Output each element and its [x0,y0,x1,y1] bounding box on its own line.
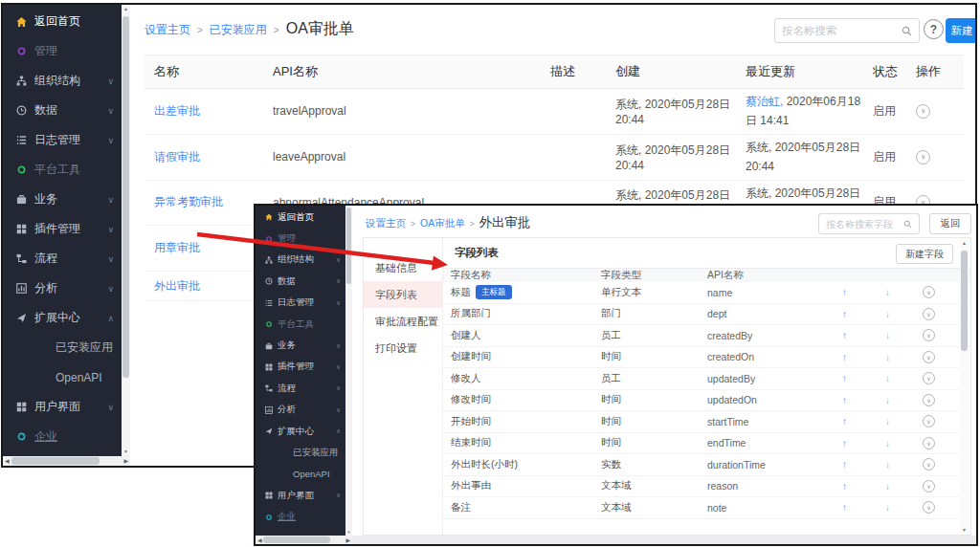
sidebar-item-data[interactable]: 数据 ∨ [3,96,122,125]
move-down-icon[interactable]: ↓ [866,502,909,513]
breadcrumb-link-oa-approvals[interactable]: OA审批单 [420,217,465,230]
approval-name-link[interactable]: 请假审批 [145,149,269,165]
field-row-创建时间[interactable]: 创建时间 时间 createdOn ↑ ↓ ∨ [443,347,970,369]
scroll-right-icon[interactable]: ▶ [123,457,128,464]
more-actions-icon[interactable]: ∨ [916,104,930,119]
approval-name-link[interactable]: 出差审批 [145,103,269,120]
search-input[interactable] [782,25,902,36]
tab-field-list[interactable]: 字段列表 [364,281,442,308]
field-search-input[interactable] [826,219,903,230]
move-up-icon[interactable]: ↑ [823,309,866,319]
field-search-box[interactable] [818,213,920,234]
more-actions-icon[interactable]: ∨ [923,458,935,470]
breadcrumb-link-settings-home[interactable]: 设置主页 [145,22,190,38]
new-button[interactable]: 新建 [946,18,977,43]
move-down-icon[interactable]: ↓ [866,287,909,297]
sidebar-horizontal-scrollbar[interactable]: ◀ ▶ [3,456,130,466]
move-up-icon[interactable]: ↑ [823,481,866,492]
scroll-down-icon[interactable]: ▼ [345,531,352,535]
more-actions-icon[interactable]: ∨ [923,329,935,341]
more-actions-icon[interactable]: ∨ [923,437,935,449]
sidebar-item-admin[interactable]: 管理 [256,228,345,249]
move-up-icon[interactable]: ↑ [823,330,866,340]
scrollbar-thumb[interactable] [11,457,100,465]
sidebar-item-analysis[interactable]: 分析 ∨ [256,400,345,421]
scroll-down-icon[interactable]: ▼ [960,528,969,533]
move-up-icon[interactable]: ↑ [823,373,866,383]
more-actions-icon[interactable]: ∨ [923,372,935,384]
scrollbar-thumb[interactable] [346,208,351,284]
tab-approval-flow-config[interactable]: 审批流程配置 [364,308,442,335]
sidebar-item-openapi[interactable]: OpenAPI [256,464,345,485]
sidebar-item-analysis[interactable]: 分析 ∨ [3,274,122,303]
move-down-icon[interactable]: ↓ [866,330,909,340]
sidebar-item-back-home[interactable]: 返回首页 [256,207,345,228]
scroll-up-icon[interactable]: ▲ [960,241,969,246]
field-row-所属部门[interactable]: 所属部门 部门 dept ↑ ↓ ∨ [443,304,970,326]
field-row-修改时间[interactable]: 修改时间 时间 updatedOn ↑ ↓ ∨ [443,390,970,412]
back-button[interactable]: 返回 [929,213,971,234]
sidebar-item-platform-tools[interactable]: 平台工具 [256,314,345,335]
sidebar-item-data[interactable]: 数据 ∨ [256,271,345,292]
move-up-icon[interactable]: ↑ [823,438,866,449]
field-row-创建人[interactable]: 创建人 员工 createdBy ↑ ↓ ∨ [443,325,970,347]
sidebar-item-log-management[interactable]: 日志管理 ∨ [3,125,122,155]
tab-print-settings[interactable]: 打印设置 [364,335,442,361]
move-down-icon[interactable]: ↓ [866,352,909,362]
tab-basic-info[interactable]: 基础信息 [364,254,442,281]
scroll-right-icon[interactable]: ▶ [345,536,350,543]
sidebar-item-workflow[interactable]: 流程 ∨ [3,244,122,274]
breadcrumb-link-settings-home[interactable]: 设置主页 [366,217,406,230]
scroll-left-icon[interactable]: ◀ [5,457,10,464]
approval-name-link[interactable]: 用章审批 [145,240,269,256]
field-row-结束时间[interactable]: 结束时间 时间 endTime ↑ ↓ ∨ [443,433,970,455]
move-down-icon[interactable]: ↓ [866,438,909,449]
sidebar-item-org-structure[interactable]: 组织结构 ∨ [256,250,345,271]
move-down-icon[interactable]: ↓ [866,481,909,492]
more-actions-icon[interactable]: ∨ [923,286,935,298]
scrollbar-thumb[interactable] [961,251,968,351]
sidebar-item-plugin-management[interactable]: 插件管理 ∨ [3,214,122,244]
sidebar-item-org-structure[interactable]: 组织结构 ∨ [3,66,122,96]
sidebar-item-platform-tools[interactable]: 平台工具 [3,155,122,185]
move-up-icon[interactable]: ↑ [823,287,866,297]
more-actions-icon[interactable]: ∨ [923,480,935,492]
sidebar-item-openapi[interactable]: OpenAPI [3,362,122,392]
move-up-icon[interactable]: ↑ [823,352,866,362]
sidebar-item-back-home[interactable]: 返回首页 [3,7,122,36]
move-up-icon[interactable]: ↑ [823,502,866,513]
approval-name-link[interactable]: 外出审批 [145,278,269,295]
sidebar-item-enterprise[interactable]: 企业 [3,422,122,451]
sidebar-item-extension-center[interactable]: 扩展中心 ∧ [3,303,122,333]
move-down-icon[interactable]: ↓ [866,416,909,427]
more-actions-icon[interactable]: ∨ [923,351,935,363]
field-row-修改人[interactable]: 修改人 员工 updatedBy ↑ ↓ ∨ [443,368,970,390]
field-row-外出时长(小时)[interactable]: 外出时长(小时) 实数 durationTime ↑ ↓ ∨ [443,454,970,476]
sidebar-vertical-scrollbar[interactable]: ▼ [345,206,352,536]
scroll-down-icon[interactable]: ▼ [122,449,130,454]
sidebar-item-workflow[interactable]: 流程 ∨ [256,378,345,399]
new-field-button[interactable]: 新建字段 [896,244,953,264]
scrollbar-thumb[interactable] [122,16,129,378]
field-row-外出事由[interactable]: 外出事由 文本域 reason ↑ ↓ ∨ [443,476,970,498]
sidebar-item-installed-apps[interactable]: 已安装应用 [256,442,345,463]
horizontal-scroll-track[interactable] [352,536,976,544]
more-actions-icon[interactable]: ∨ [923,394,935,406]
sidebar-item-plugin-management[interactable]: 插件管理 ∨ [256,357,345,378]
field-row-备注[interactable]: 备注 文本域 note ↑ ↓ ∨ [443,497,970,519]
table-row-请假审批[interactable]: 请假审批 leaveApproval 系统, 2020年05月28日 20:44… [145,135,964,181]
move-down-icon[interactable]: ↓ [866,373,909,383]
sidebar-item-business[interactable]: 业务 ∨ [256,335,345,356]
table-row-出差审批[interactable]: 出差审批 travelApproval 系统, 2020年05月28日 20:4… [145,89,964,135]
move-down-icon[interactable]: ↓ [866,459,909,470]
approval-name-link[interactable]: 异常考勤审批 [145,194,269,210]
scrollbar-thumb[interactable] [263,536,330,543]
sidebar-item-user-interface[interactable]: 用户界面 ∨ [256,485,345,506]
more-actions-icon[interactable]: ∨ [916,150,930,164]
more-actions-icon[interactable]: ∨ [923,415,935,427]
more-actions-icon[interactable]: ∨ [923,308,935,320]
field-row-开始时间[interactable]: 开始时间 时间 startTime ↑ ↓ ∨ [443,411,970,433]
move-up-icon[interactable]: ↑ [823,459,866,470]
field-row-标题[interactable]: 标题主标题 单行文本 name ↑ ↓ ∨ [443,282,970,304]
sidebar-item-enterprise[interactable]: 企业 [256,506,345,527]
